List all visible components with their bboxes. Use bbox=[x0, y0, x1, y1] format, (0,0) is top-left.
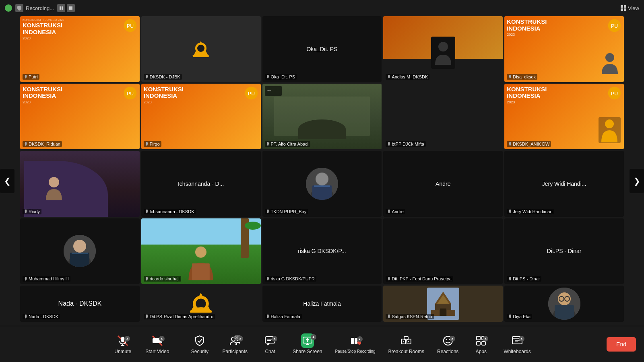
participant-name: PT. Alfo Citra Abadi bbox=[271, 142, 309, 146]
chat-label: Chat bbox=[265, 349, 275, 354]
svg-rect-48 bbox=[121, 337, 124, 342]
participant-name: Satgas KSPN-Retno bbox=[392, 314, 432, 319]
breakout-label: Breakout Rooms bbox=[388, 349, 424, 354]
pause-stop-recording-button[interactable]: ▲ Pause/Stop Recording bbox=[329, 331, 382, 357]
share-caret[interactable]: ▲ bbox=[311, 334, 316, 340]
reactions-label: Reactions bbox=[437, 349, 458, 354]
end-meeting-button[interactable]: End bbox=[607, 337, 636, 352]
security-label: Security bbox=[191, 349, 208, 354]
share-screen-label: Share Screen bbox=[293, 349, 322, 354]
video-cell-ichsan: Ichsannanda - D... Ichsannanda - DKSDK bbox=[141, 151, 261, 217]
video-cell-oka: Oka_Dit. PS Oka_Dit. PS bbox=[262, 16, 382, 82]
prev-page-button[interactable]: ❮ bbox=[0, 169, 14, 193]
video-cell-disa: KONSTRUKSIINDONESIA 2023 PU Disa_dksdk bbox=[504, 16, 624, 82]
pause-recording-label: Pause/Stop Recording bbox=[335, 349, 376, 354]
svg-rect-46 bbox=[555, 305, 574, 320]
next-page-button[interactable]: ❯ bbox=[630, 169, 644, 193]
participant-name-display: Dit.PS - Dinar bbox=[544, 248, 585, 254]
participants-label: Participants bbox=[222, 349, 248, 354]
video-cell-hilmy: Muhammad Hilmy H bbox=[20, 218, 140, 284]
chat-caret[interactable]: ▲ bbox=[272, 336, 277, 341]
recording-caret[interactable]: ▲ bbox=[357, 336, 363, 342]
video-cell-dinar: Dit.PS - Dinar Dit.PS - Dinar bbox=[504, 218, 624, 284]
reactions-button[interactable]: ▲ Reactions bbox=[431, 331, 465, 358]
participant-name-display: Ichsannanda - D... bbox=[175, 181, 227, 187]
participant-name: TKDN PUPR_Boy bbox=[271, 209, 307, 214]
apps-label: Apps bbox=[476, 349, 487, 354]
svg-text:PU: PU bbox=[611, 23, 618, 29]
apps-caret[interactable]: ▲ bbox=[483, 336, 488, 341]
video-cell-andre: Andre Andre bbox=[383, 151, 503, 217]
whiteboards-caret[interactable]: ▲ bbox=[519, 336, 524, 341]
reactions-caret[interactable]: ▲ bbox=[450, 336, 455, 341]
svg-point-20 bbox=[49, 177, 59, 187]
video-cell-haliza: Haliza Fatmala Haliza Fatmala bbox=[262, 286, 382, 322]
recording-label: Recording... bbox=[26, 5, 54, 11]
participant-name: btPP DJCk Mifta bbox=[392, 142, 424, 146]
svg-point-7 bbox=[197, 45, 204, 52]
svg-rect-38 bbox=[440, 309, 446, 316]
svg-rect-1 bbox=[62, 6, 63, 10]
svg-rect-28 bbox=[72, 253, 88, 254]
participant-name-display: Andre bbox=[432, 181, 454, 187]
participant-name: Andias M_DKSDK bbox=[392, 74, 428, 79]
video-cell-nada: Nada - DKSDK Nada - DKSDK bbox=[20, 286, 140, 322]
participants-button[interactable]: 36 ▲ Participants bbox=[216, 331, 254, 358]
participant-name-display: riska G DKSDK/P... bbox=[295, 248, 349, 254]
svg-rect-0 bbox=[60, 6, 61, 10]
apps-button[interactable]: ▲ Apps bbox=[465, 331, 497, 358]
topbar: Recording... View bbox=[0, 0, 644, 16]
svg-text:Alca: Alca bbox=[267, 89, 271, 91]
participant-name: Oka_Dit. PS bbox=[271, 74, 295, 79]
participant-name: DKSDK_ANIK DW bbox=[513, 142, 549, 146]
participant-name: Dit.PS - Dinar bbox=[513, 276, 540, 281]
participant-name: Jery Widi Handiman bbox=[513, 209, 552, 214]
view-label: View bbox=[628, 5, 639, 11]
video-cell-febi: Dit. PKP - Febi Danu Prasetya bbox=[383, 218, 503, 284]
svg-rect-76 bbox=[477, 336, 480, 340]
stop-recording-button[interactable] bbox=[67, 4, 75, 12]
svg-text:PU: PU bbox=[248, 90, 255, 96]
video-cell-riska: riska G DKSDK/P... riska G DKSDK/PUPR bbox=[262, 218, 382, 284]
whiteboards-button[interactable]: ▲ Whiteboards bbox=[497, 331, 537, 358]
svg-rect-79 bbox=[482, 341, 485, 345]
svg-rect-30 bbox=[192, 263, 210, 280]
unmute-button[interactable]: ▲ Unmute bbox=[107, 331, 139, 358]
svg-rect-24 bbox=[314, 185, 330, 187]
view-button[interactable]: View bbox=[621, 5, 639, 11]
security-button[interactable]: Security bbox=[184, 331, 216, 358]
participant-name: Haliza Fatmala bbox=[271, 314, 300, 319]
unmute-caret[interactable]: ▲ bbox=[124, 336, 130, 341]
start-video-label: Start Video bbox=[145, 349, 169, 354]
participants-caret[interactable]: ▲ bbox=[237, 336, 243, 341]
participant-name: ricardo sinuhaji bbox=[150, 276, 180, 281]
breakout-rooms-button[interactable]: Breakout Rooms bbox=[382, 331, 431, 358]
pause-recording-button[interactable] bbox=[57, 4, 65, 12]
participant-name: Nada - DKSDK bbox=[29, 314, 58, 319]
video-cell-ricardo: ricardo sinuhaji bbox=[141, 218, 261, 284]
participant-name: Ichsannanda - DKSDK bbox=[150, 209, 194, 214]
video-cell-alfo: Alca PT. Alfo Citra Abadi bbox=[262, 84, 382, 150]
participant-name: Dit.PS-Rizal Dimas Aprelihandro bbox=[150, 314, 213, 319]
svg-text:PU: PU bbox=[127, 23, 134, 29]
participant-name: riska G DKSDK/PUPR bbox=[271, 276, 315, 281]
video-cell-riduan: KONSTRUKSIINDONESIA 2023 PU DKSDK_Riduan bbox=[20, 84, 140, 150]
video-grid: KONSTRUKSI INDONESIA 2023 KONSTRUKSIINDO… bbox=[20, 16, 624, 322]
recording-status-dot bbox=[5, 4, 12, 12]
video-cell-jery: Jery Widi Handi... Jery Widi Handiman bbox=[504, 151, 624, 217]
video-cell-riady: Riady bbox=[20, 151, 140, 217]
participant-name: Putri bbox=[29, 74, 38, 79]
chat-button[interactable]: ▲ Chat bbox=[254, 331, 286, 358]
svg-text:PU: PU bbox=[611, 90, 618, 96]
svg-point-19 bbox=[605, 119, 614, 128]
video-cell-mifta: btPP DJCk Mifta bbox=[383, 84, 503, 150]
share-screen-button[interactable]: ▲ Share Screen bbox=[286, 331, 328, 358]
video-cell-boy: TKDN PUPR_Boy bbox=[262, 151, 382, 217]
svg-rect-63 bbox=[351, 338, 354, 344]
video-caret[interactable]: ▲ bbox=[159, 336, 165, 341]
participant-name-display: Oka_Dit. PS bbox=[303, 46, 341, 52]
participant-name: Firgo bbox=[150, 142, 160, 146]
video-cell-retno: Satgas KSPN-Retno bbox=[383, 286, 503, 322]
svg-point-22 bbox=[316, 173, 328, 185]
start-video-button[interactable]: ▲ Start Video bbox=[139, 331, 175, 358]
